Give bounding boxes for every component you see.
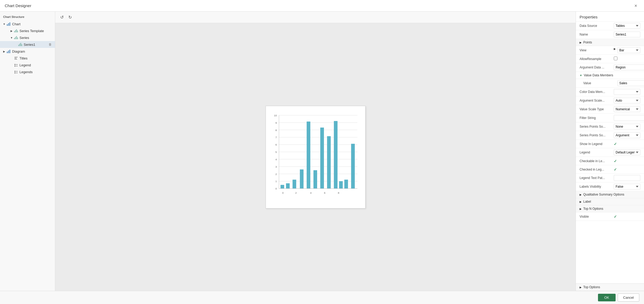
- svg-rect-57: [286, 183, 290, 188]
- prop-label-filter-string: Filter String: [580, 116, 614, 120]
- sidebar-item-series-group[interactable]: ▼ Series: [0, 34, 55, 41]
- data-source-select[interactable]: Tables: [614, 23, 640, 29]
- prop-label-legend: Legend: [580, 151, 614, 154]
- value-scale-type-select[interactable]: Numerical: [614, 106, 640, 112]
- prop-value-legend[interactable]: Default Legend: [614, 149, 640, 155]
- argument-scale-select[interactable]: Auto: [614, 98, 640, 103]
- sidebar-item-legend[interactable]: Legend: [0, 62, 55, 68]
- labels-visibility-select[interactable]: False: [614, 184, 640, 190]
- svg-rect-5: [16, 29, 17, 32]
- svg-rect-28: [16, 73, 18, 73]
- svg-rect-20: [14, 59, 17, 59]
- svg-text:2: 2: [295, 191, 297, 194]
- toggle-series[interactable]: ▼: [9, 36, 14, 40]
- svg-rect-19: [14, 58, 17, 58]
- section-value-data-members[interactable]: ▼ Value Data Members: [576, 72, 644, 79]
- prop-value-filter-string[interactable]: ···: [614, 115, 644, 121]
- spacer: [576, 221, 644, 283]
- argument-data-input[interactable]: [614, 65, 644, 70]
- ok-button[interactable]: OK: [598, 294, 616, 301]
- svg-text:8: 8: [275, 128, 277, 131]
- svg-text:10: 10: [274, 114, 277, 117]
- properties-panel: Properties Data Source Tables Name ▶: [576, 12, 644, 291]
- prop-value-value[interactable]: ✕ ▼: [617, 80, 644, 86]
- prop-value-labels-visibility[interactable]: False: [614, 184, 640, 190]
- cancel-button[interactable]: Cancel: [618, 293, 639, 302]
- section-value-data-members-label: Value Data Members: [584, 73, 613, 77]
- prop-value-series-points-so1[interactable]: None: [614, 124, 640, 129]
- svg-rect-3: [14, 31, 15, 32]
- prop-value-name[interactable]: [614, 32, 640, 37]
- legend-text-pat-input[interactable]: [614, 175, 640, 181]
- prop-value-show-in-legend[interactable]: ✓: [614, 142, 640, 146]
- delete-series1-button[interactable]: 🗑: [48, 42, 53, 47]
- svg-text:1: 1: [275, 180, 277, 183]
- prop-label-series-points-so1: Series Points So...: [580, 125, 614, 128]
- prop-value-view[interactable]: ▶ Bar: [614, 47, 640, 53]
- prop-value-data-source[interactable]: Tables: [614, 23, 640, 29]
- diagram-icon: [6, 49, 11, 54]
- allow-resample-checkbox[interactable]: [614, 57, 617, 60]
- redo-button[interactable]: ↻: [67, 13, 74, 21]
- prop-value-checked-in-leg[interactable]: ✓: [614, 167, 640, 172]
- color-data-mem-select[interactable]: [614, 89, 640, 95]
- svg-rect-17: [9, 50, 10, 53]
- toolbar: ↺ ↻: [55, 12, 576, 23]
- svg-rect-64: [334, 121, 337, 188]
- sidebar-item-legends[interactable]: Legends: [0, 68, 55, 75]
- prop-value-series-points-so2[interactable]: Argument: [614, 132, 640, 138]
- name-input[interactable]: [614, 32, 640, 37]
- sidebar-item-series1[interactable]: Series1 🗑: [0, 41, 55, 48]
- section-points[interactable]: ▶ Points: [576, 39, 644, 46]
- prop-value-checkable-in-le[interactable]: ✓: [614, 159, 640, 163]
- sidebar-item-titles[interactable]: Titles: [0, 55, 55, 62]
- prop-value-allow-resample[interactable]: [614, 57, 640, 61]
- section-qualitative-summary[interactable]: ▶ Qualitative Summary Options: [576, 191, 644, 198]
- prop-value-argument-data[interactable]: ✕ ▼: [614, 64, 644, 70]
- svg-rect-22: [16, 64, 18, 65]
- sidebar-item-titles-label: Titles: [19, 56, 53, 60]
- section-top-options[interactable]: ▶ Top Options: [576, 283, 644, 291]
- sidebar-item-series-template[interactable]: ▶ Series Template: [0, 27, 55, 34]
- prop-value-color-data-mem[interactable]: [614, 89, 640, 95]
- toggle-series-template[interactable]: ▶: [9, 29, 14, 33]
- sidebar-item-chart-label: Chart: [12, 22, 53, 26]
- view-select[interactable]: Bar: [617, 47, 640, 53]
- prop-value-visible[interactable]: ✓: [614, 215, 640, 219]
- prop-value-value-scale-type[interactable]: Numerical: [614, 106, 640, 112]
- prop-label-data-source: Data Source: [580, 24, 614, 28]
- section-top-n-options[interactable]: ▶ Top N Options: [576, 205, 644, 212]
- toggle-diagram[interactable]: ▶: [2, 49, 6, 53]
- svg-rect-16: [8, 51, 9, 53]
- series-points-so2-select[interactable]: Argument: [614, 132, 640, 138]
- toggle-series1: [14, 42, 18, 47]
- toggle-chart[interactable]: ▼: [2, 22, 6, 26]
- value-input[interactable]: [618, 81, 644, 86]
- sidebar-item-diagram[interactable]: ▶ Diagram: [0, 48, 55, 55]
- prop-value-argument-scale[interactable]: Auto: [614, 98, 640, 103]
- prop-name: Name: [576, 30, 644, 39]
- undo-button[interactable]: ↺: [58, 13, 65, 21]
- svg-text:6: 6: [324, 191, 326, 194]
- svg-rect-21: [14, 64, 16, 65]
- toggle-view[interactable]: ▶: [614, 47, 616, 53]
- filter-string-input[interactable]: [614, 115, 644, 121]
- checked-in-leg-check: ✓: [614, 167, 617, 172]
- prop-value-scale-type: Value Scale Type Numerical: [576, 105, 644, 114]
- svg-text:7: 7: [275, 136, 277, 139]
- close-button[interactable]: ×: [632, 2, 639, 9]
- svg-text:5: 5: [275, 151, 277, 153]
- series-points-so1-select[interactable]: None: [614, 124, 640, 129]
- section-label[interactable]: ▶ Label: [576, 198, 644, 205]
- svg-rect-63: [327, 136, 331, 188]
- svg-rect-23: [14, 66, 16, 67]
- prop-label-name: Name: [580, 33, 614, 36]
- legend-select[interactable]: Default Legend: [614, 149, 640, 155]
- prop-value-legend-text-pat[interactable]: [614, 175, 640, 181]
- prop-label-argument-scale: Argument Scale...: [580, 99, 614, 102]
- checkable-in-le-check: ✓: [614, 159, 617, 163]
- titles-icon: [14, 56, 18, 61]
- sidebar-item-chart[interactable]: ▼ Chart: [0, 21, 55, 27]
- visible-check: ✓: [614, 215, 617, 219]
- prop-argument-scale: Argument Scale... Auto: [576, 96, 644, 105]
